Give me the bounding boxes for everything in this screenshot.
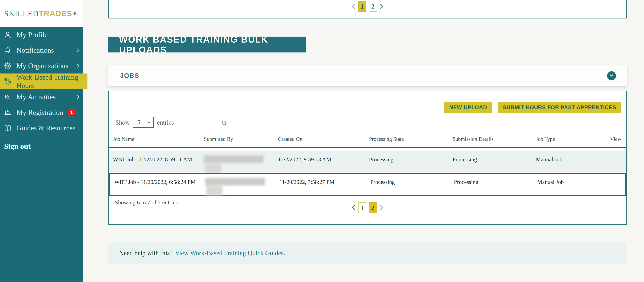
column-header[interactable]: Job Name — [113, 136, 204, 142]
page-next-button[interactable] — [380, 204, 384, 211]
sidebar-item-label: My Registration — [16, 108, 63, 117]
brand-logo: SKILLEDTRADESBC — [0, 0, 83, 27]
page-size-select[interactable]: 5 — [133, 117, 154, 128]
sidebar-item-label: Work-Based Training Hours — [16, 73, 84, 90]
table-header-row: Job Name Submitted By Created On Process… — [109, 132, 626, 148]
quick-guides-link[interactable]: View Work-Based Training Quick Guides. — [175, 249, 285, 257]
sidebar-item-my-registration[interactable]: My Registration 1 — [0, 105, 83, 120]
sidebar: My Profile Notifications My Organization… — [0, 27, 83, 282]
page-number-button[interactable]: 1 — [358, 1, 366, 12]
search-icon — [221, 120, 228, 127]
table-row-highlighted[interactable]: WBT Job - 11/20/2022, 6:58:24 PM 11/20/2… — [109, 173, 626, 196]
cell-processing-state: Processing — [369, 156, 452, 163]
page-number-button[interactable]: 2 — [369, 202, 377, 213]
guides-icon — [4, 124, 12, 132]
chevron-right-icon — [76, 63, 80, 69]
notification-count-badge: 1 — [68, 109, 76, 116]
cell-processing-state: Processing — [370, 179, 454, 185]
sidebar-item-label: My Profile — [16, 31, 48, 39]
page-title: WORK BASED TRAINING BULK UPLOADS — [108, 37, 306, 53]
organization-icon — [4, 62, 12, 70]
sidebar-item-my-organizations[interactable]: My Organizations — [0, 58, 83, 74]
chevron-right-icon — [76, 94, 80, 100]
cell-created-on: 11/20/2022, 7:58:27 PM — [280, 179, 370, 185]
page-prev-button[interactable] — [352, 204, 356, 211]
chevron-down-icon — [609, 73, 614, 79]
activities-icon — [4, 93, 12, 101]
jobs-section-header: JOBS — [108, 66, 627, 86]
training-hours-icon — [4, 77, 12, 86]
page-number-button[interactable]: 2 — [369, 1, 377, 12]
cell-job-type: Manual Job — [536, 156, 608, 163]
jobs-table-card: NEW UPLOAD SUBMIT HOURS FOR PAST APPRENT… — [108, 91, 627, 225]
sidebar-item-my-profile[interactable]: My Profile — [0, 27, 83, 42]
cell-submission-details: Processing — [454, 179, 537, 185]
sidebar-item-label: Guides & Resources — [16, 124, 75, 132]
page-next-button[interactable] — [380, 3, 384, 10]
cell-job-name: WBT Job - 11/20/2022, 6:58:24 PM — [114, 179, 205, 185]
sidebar-item-guides-resources[interactable]: Guides & Resources — [0, 120, 83, 136]
new-upload-button[interactable]: NEW UPLOAD — [444, 102, 492, 113]
jobs-collapse-button[interactable] — [607, 71, 616, 80]
cell-job-name: WBT Job - 12/2/2022, 8:59:11 AM — [113, 156, 204, 163]
page-size-value: 5 — [137, 119, 140, 126]
column-header[interactable]: Submitted By — [204, 136, 278, 142]
brand-skilled: SKILLED — [4, 9, 39, 18]
cell-job-type: Manual Job — [537, 179, 609, 185]
table-search — [176, 118, 230, 128]
column-header[interactable]: Job Type — [536, 136, 608, 142]
previous-section-card: 1 2 — [108, 0, 627, 19]
redacted-submitted-by — [205, 178, 280, 195]
brand-trades: TRADES — [39, 9, 72, 18]
pagination-top: 1 2 — [352, 1, 384, 12]
page-number-button[interactable]: 1 — [358, 202, 366, 213]
help-panel: Need help with this? View Work-Based Tra… — [108, 242, 627, 264]
redacted-submitted-by — [204, 155, 278, 173]
cell-submission-details: Processing — [452, 156, 536, 163]
table-row[interactable]: WBT Job - 12/2/2022, 8:59:11 AM 12/2/202… — [109, 151, 626, 172]
column-header[interactable]: Created On — [278, 136, 369, 142]
pagination-bottom: 1 2 — [352, 202, 384, 213]
help-text: Need help with this? — [119, 249, 172, 257]
sidebar-item-label: Notifications — [16, 46, 54, 54]
sidebar-item-my-activities[interactable]: My Activities — [0, 89, 83, 105]
entries-label: entries — [157, 119, 174, 126]
table-actions: NEW UPLOAD SUBMIT HOURS FOR PAST APPRENT… — [444, 102, 621, 113]
column-header[interactable]: Processing State — [369, 136, 452, 142]
registration-icon — [4, 108, 12, 117]
sidebar-item-label: My Organizations — [16, 62, 68, 70]
bell-icon — [4, 46, 12, 55]
page-root: SKILLEDTRADESBC My Profile Notifications… — [0, 0, 644, 282]
submit-hours-button[interactable]: SUBMIT HOURS FOR PAST APPRENTICES — [498, 102, 621, 113]
brand-bc: BC — [72, 11, 78, 16]
sidebar-item-label: My Activities — [16, 93, 56, 101]
chevron-right-icon — [76, 47, 80, 54]
sidebar-item-notifications[interactable]: Notifications — [0, 42, 83, 58]
column-header[interactable]: View — [608, 136, 621, 142]
cell-created-on: 12/2/2022, 9:59:13 AM — [278, 156, 369, 163]
person-icon — [4, 31, 12, 39]
show-label: Show — [116, 119, 130, 126]
jobs-section-title: JOBS — [120, 72, 140, 79]
column-header[interactable]: Submission Details — [452, 136, 536, 142]
sidebar-item-work-based-training-hours[interactable]: Work-Based Training Hours — [0, 74, 88, 89]
page-prev-button[interactable] — [352, 3, 356, 10]
table-length-control: Show 5 entries — [116, 117, 174, 128]
sign-out-button[interactable]: Sign out — [0, 138, 83, 154]
